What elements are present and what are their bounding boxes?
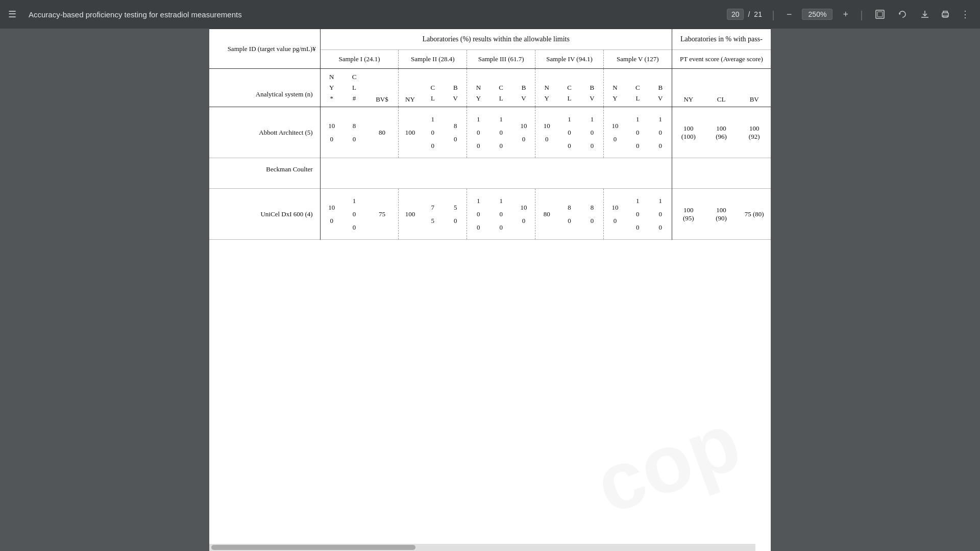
- rotate-button[interactable]: [895, 7, 910, 21]
- toolbar-right: ⋮: [918, 7, 972, 22]
- sample5-header: Sample V (127): [603, 50, 672, 69]
- sub-bv5: BV: [649, 69, 672, 107]
- watermark: cop: [583, 394, 752, 532]
- zoom-out-button[interactable]: −: [785, 7, 794, 22]
- unicel-bv1: 75: [365, 189, 399, 240]
- sub-pt-bv: BV: [738, 69, 771, 107]
- sub-ny5: NY: [603, 69, 626, 107]
- abbott-pt-ny: 100(100): [672, 107, 705, 158]
- sub-cl1: CL#: [343, 69, 366, 107]
- separator-1: |: [772, 9, 774, 20]
- pt-score-header: PT event score (Average score): [672, 50, 771, 69]
- toolbar: ☰ Accuracy-based proficiency testing for…: [0, 0, 980, 29]
- document-title: Accuracy-based proficiency testing for e…: [29, 10, 719, 19]
- pdf-viewer: Sample ID (target value pg/mL)¥ Laborato…: [0, 29, 980, 551]
- sub-pt-cl: CL: [705, 69, 738, 107]
- table-row: Abbott Architect (5) 100 80 80 100 100 8…: [209, 107, 771, 158]
- abbott-pt-bv: 100(92): [738, 107, 771, 158]
- unicel-ny1: 100: [320, 189, 343, 240]
- sub-cl4: CL: [558, 69, 581, 107]
- header-labs-pct: Laboratories (%) results within the allo…: [320, 29, 672, 50]
- abbott-bv3: 100: [512, 107, 535, 158]
- unicel-ny3: 100: [467, 189, 490, 240]
- abbott-ny2: 100: [399, 107, 422, 158]
- abbott-label: Abbott Architect (5): [209, 107, 320, 158]
- sub-bv2: BV: [444, 69, 467, 107]
- sample3-header: Sample III (61.7): [467, 50, 535, 69]
- abbott-cl1: 80: [343, 107, 366, 158]
- abbott-ny3: 100: [467, 107, 490, 158]
- beckman-label: Beckman Coulter: [209, 158, 320, 189]
- unicel-pt-ny: 100(95): [672, 189, 705, 240]
- unicel-cl4: 80: [558, 189, 581, 240]
- menu-icon[interactable]: ☰: [8, 9, 20, 20]
- unicel-bv4: 80: [581, 189, 604, 240]
- scrollbar-thumb[interactable]: [211, 545, 415, 550]
- page-separator: /: [748, 10, 750, 18]
- document-table: Sample ID (target value pg/mL)¥ Laborato…: [209, 29, 771, 260]
- unicel-pt-bv: 75 (80): [738, 189, 771, 240]
- unicel-cl5: 100: [626, 189, 649, 240]
- sample4-header: Sample IV (94.1): [535, 50, 604, 69]
- unicel-label: UniCel DxI 600 (4): [209, 189, 320, 240]
- abbott-cl4: 100: [558, 107, 581, 158]
- unicel-cl2: 75: [422, 189, 445, 240]
- unicel-ny2: 100: [399, 189, 422, 240]
- unicel-ny4: 80: [535, 189, 558, 240]
- abbott-cl3: 100: [489, 107, 512, 158]
- sub-bv4: BV: [581, 69, 604, 107]
- header-row-1: Sample ID (target value pg/mL)¥ Laborato…: [209, 29, 771, 50]
- abbott-bv2: 80: [444, 107, 467, 158]
- more-options-button[interactable]: ⋮: [959, 7, 972, 22]
- analytical-system-row: Analytical system (n) NY* CL# BV$ NY CL …: [209, 69, 771, 107]
- abbott-ny1: 100: [320, 107, 343, 158]
- page-control: 20 / 21: [727, 9, 762, 20]
- separator-2: |: [861, 9, 863, 20]
- sub-ny2: NY: [399, 69, 422, 107]
- abbott-bv4: 100: [581, 107, 604, 158]
- sample2-header: Sample II (28.4): [399, 50, 467, 69]
- abbott-bv1: 80: [365, 107, 399, 158]
- fit-page-button[interactable]: [873, 7, 887, 21]
- sub-pt-ny: NY: [672, 69, 705, 107]
- svg-rect-1: [877, 12, 883, 17]
- zoom-in-button[interactable]: +: [841, 7, 850, 22]
- sub-bv3: BV: [512, 69, 535, 107]
- abbott-pt-cl: 100(96): [705, 107, 738, 158]
- unicel-cl3: 100: [489, 189, 512, 240]
- data-table: Sample ID (target value pg/mL)¥ Laborato…: [209, 29, 771, 260]
- empty-row: [209, 240, 771, 260]
- unicel-bv5: 100: [649, 189, 672, 240]
- page-content: Sample ID (target value pg/mL)¥ Laborato…: [209, 29, 771, 551]
- abbott-cl2: 100: [422, 107, 445, 158]
- sub-ny1: NY*: [320, 69, 343, 107]
- svg-rect-0: [876, 10, 884, 18]
- unicel-bv2: 50: [444, 189, 467, 240]
- abbott-bv5: 100: [649, 107, 672, 158]
- zoom-level[interactable]: 250%: [802, 9, 832, 20]
- analytical-system-label: Analytical system (n): [209, 69, 320, 107]
- header-labs-pass: Laboratories in % with pass-: [672, 29, 771, 50]
- sub-ny3: NY: [467, 69, 490, 107]
- table-row: Beckman Coulter: [209, 158, 771, 189]
- abbott-cl5: 100: [626, 107, 649, 158]
- horizontal-scrollbar[interactable]: [209, 544, 755, 551]
- unicel-bv3: 100: [512, 189, 535, 240]
- page-total: 21: [754, 10, 762, 18]
- sub-cl3: CL: [489, 69, 512, 107]
- download-button[interactable]: [918, 7, 932, 21]
- abbott-ny4: 100: [535, 107, 558, 158]
- header-sample-id: Sample ID (target value pg/mL)¥: [209, 29, 320, 69]
- table-row: UniCel DxI 600 (4) 100 100 75 100 75 50 …: [209, 189, 771, 240]
- abbott-ny5: 100: [603, 107, 626, 158]
- print-button[interactable]: [938, 7, 952, 21]
- sub-cl2: CL: [422, 69, 445, 107]
- sample1-header: Sample I (24.1): [320, 50, 399, 69]
- sub-ny4: NY: [535, 69, 558, 107]
- page-current[interactable]: 20: [727, 9, 744, 20]
- unicel-cl1: 100: [343, 189, 366, 240]
- sub-cl5: CL: [626, 69, 649, 107]
- unicel-ny5: 100: [603, 189, 626, 240]
- sub-bv1: BV$: [365, 69, 399, 107]
- unicel-pt-cl: 100(90): [705, 189, 738, 240]
